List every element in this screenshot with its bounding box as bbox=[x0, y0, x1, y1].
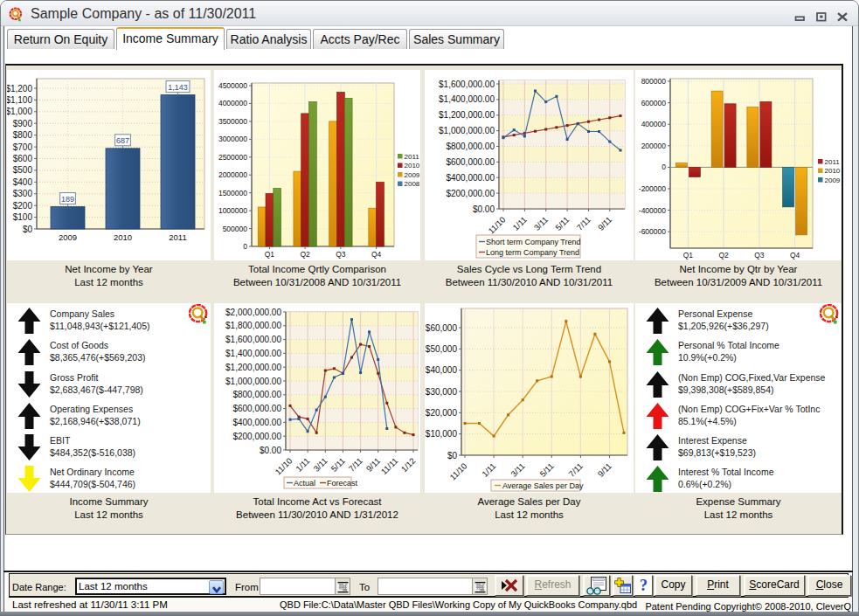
svg-text:2000000: 2000000 bbox=[218, 170, 247, 179]
svg-text:2009: 2009 bbox=[59, 232, 77, 242]
svg-text:$1,200: $1,200 bbox=[7, 84, 32, 93]
svg-text:$0.00: $0.00 bbox=[473, 204, 495, 214]
svg-text:2011: 2011 bbox=[825, 158, 841, 166]
svg-text:$800,000.00: $800,000.00 bbox=[232, 390, 281, 399]
svg-text:600000: 600000 bbox=[641, 99, 667, 107]
svg-text:9/11: 9/11 bbox=[596, 461, 613, 479]
svg-text:11/10: 11/10 bbox=[447, 461, 468, 482]
svg-text:-600000: -600000 bbox=[639, 227, 666, 236]
svg-text:$1,600,000.00: $1,600,000.00 bbox=[439, 80, 495, 89]
svg-text:$20,000: $20,000 bbox=[426, 408, 458, 418]
svg-text:7/11: 7/11 bbox=[575, 215, 592, 232]
svg-text:Average Sales per Day: Average Sales per Day bbox=[502, 481, 584, 490]
svg-text:2010: 2010 bbox=[114, 232, 132, 242]
svg-text:$1,800,000.00: $1,800,000.00 bbox=[225, 321, 281, 330]
svg-text:$600,000.00: $600,000.00 bbox=[232, 404, 281, 413]
svg-text:3500000: 3500000 bbox=[218, 117, 247, 126]
svg-text:2008: 2008 bbox=[405, 180, 420, 188]
svg-text:9/11: 9/11 bbox=[596, 215, 613, 232]
svg-text:$600,000.00: $600,000.00 bbox=[446, 157, 495, 167]
svg-text:Short term Company Trend: Short term Company Trend bbox=[486, 238, 581, 246]
svg-text:11/11: 11/11 bbox=[379, 456, 400, 477]
svg-text:Q3: Q3 bbox=[754, 251, 765, 260]
svg-text:Actual: Actual bbox=[294, 479, 315, 488]
svg-text:$200,000.00: $200,000.00 bbox=[446, 189, 495, 198]
svg-text:1/12: 1/12 bbox=[399, 456, 418, 474]
svg-text:1/11: 1/11 bbox=[510, 215, 528, 232]
svg-text:Forecast: Forecast bbox=[327, 479, 358, 488]
svg-text:$1,400,000.00: $1,400,000.00 bbox=[225, 349, 281, 358]
svg-text:$600: $600 bbox=[13, 154, 33, 163]
svg-text:$900: $900 bbox=[13, 119, 33, 128]
svg-text:$10,000: $10,000 bbox=[426, 429, 458, 439]
svg-text:$1,100: $1,100 bbox=[7, 95, 32, 105]
svg-text:$1,200,000.00: $1,200,000.00 bbox=[439, 110, 495, 120]
svg-text:$300: $300 bbox=[13, 189, 33, 198]
svg-text:Q1: Q1 bbox=[683, 251, 694, 260]
svg-text:400000: 400000 bbox=[641, 120, 667, 128]
svg-text:2009: 2009 bbox=[405, 171, 420, 179]
svg-text:2500000: 2500000 bbox=[218, 153, 247, 162]
svg-text:1000000: 1000000 bbox=[218, 206, 247, 215]
svg-text:7/11: 7/11 bbox=[347, 456, 364, 474]
svg-text:$1,400,000.00: $1,400,000.00 bbox=[439, 94, 495, 104]
svg-text:$400: $400 bbox=[13, 177, 33, 187]
svg-text:0: 0 bbox=[243, 242, 247, 251]
svg-text:$400,000.00: $400,000.00 bbox=[446, 173, 495, 183]
svg-text:500000: 500000 bbox=[223, 225, 248, 233]
svg-text:11/10: 11/10 bbox=[486, 215, 507, 236]
svg-text:0: 0 bbox=[662, 163, 666, 171]
svg-text:$0: $0 bbox=[447, 451, 458, 460]
svg-text:$2,000,000.00: $2,000,000.00 bbox=[225, 308, 281, 317]
svg-text:$60,000: $60,000 bbox=[426, 323, 458, 333]
svg-text:$100: $100 bbox=[13, 212, 33, 222]
svg-text:5/11: 5/11 bbox=[329, 456, 346, 474]
svg-text:800000: 800000 bbox=[641, 77, 667, 86]
svg-text:Q4: Q4 bbox=[371, 250, 382, 259]
svg-text:$40,000: $40,000 bbox=[426, 365, 458, 375]
svg-text:Long term Company Trend: Long term Company Trend bbox=[486, 248, 579, 257]
svg-text:-400000: -400000 bbox=[639, 206, 666, 215]
svg-text:1/11: 1/11 bbox=[294, 456, 311, 474]
svg-text:2011: 2011 bbox=[405, 153, 420, 161]
svg-text:3/11: 3/11 bbox=[509, 461, 526, 479]
svg-text:200000: 200000 bbox=[641, 142, 667, 150]
svg-text:$400,000.00: $400,000.00 bbox=[232, 418, 281, 427]
svg-text:189: 189 bbox=[61, 195, 74, 204]
svg-text:$700: $700 bbox=[13, 142, 33, 152]
svg-text:7/11: 7/11 bbox=[566, 461, 584, 479]
svg-text:$0: $0 bbox=[23, 225, 33, 234]
svg-text:3/11: 3/11 bbox=[532, 215, 550, 232]
svg-text:Q1: Q1 bbox=[265, 250, 275, 259]
svg-text:5/11: 5/11 bbox=[553, 215, 571, 232]
svg-text:-200000: -200000 bbox=[639, 184, 666, 193]
svg-text:$200,000.00: $200,000.00 bbox=[232, 432, 281, 441]
svg-text:$800: $800 bbox=[13, 130, 33, 140]
svg-text:2009: 2009 bbox=[825, 176, 841, 184]
svg-text:2011: 2011 bbox=[169, 232, 186, 242]
svg-text:$30,000: $30,000 bbox=[426, 387, 458, 397]
svg-text:$1,000,000.00: $1,000,000.00 bbox=[225, 377, 281, 386]
svg-text:$1,000,000.00: $1,000,000.00 bbox=[439, 126, 495, 135]
svg-text:Q2: Q2 bbox=[718, 251, 729, 260]
svg-text:4500000: 4500000 bbox=[218, 81, 247, 90]
svg-text:2010: 2010 bbox=[825, 167, 841, 175]
svg-text:687: 687 bbox=[116, 136, 129, 145]
svg-text:Q2: Q2 bbox=[300, 250, 310, 259]
svg-text:3000000: 3000000 bbox=[218, 135, 247, 143]
svg-text:1,143: 1,143 bbox=[168, 83, 188, 92]
svg-text:$1,600,000.00: $1,600,000.00 bbox=[225, 335, 281, 344]
svg-text:Q4: Q4 bbox=[790, 251, 800, 260]
svg-text:$800,000.00: $800,000.00 bbox=[446, 142, 495, 151]
svg-text:1500000: 1500000 bbox=[218, 189, 247, 197]
svg-text:3/11: 3/11 bbox=[311, 456, 329, 474]
svg-text:$500: $500 bbox=[13, 165, 33, 175]
svg-text:$1,000: $1,000 bbox=[7, 107, 32, 116]
svg-text:$50,000: $50,000 bbox=[426, 344, 458, 354]
svg-text:$1,200,000.00: $1,200,000.00 bbox=[225, 363, 281, 372]
svg-text:$200: $200 bbox=[13, 201, 33, 211]
svg-text:11/10: 11/10 bbox=[273, 456, 294, 477]
svg-text:4000000: 4000000 bbox=[218, 99, 247, 107]
svg-text:1/11: 1/11 bbox=[480, 461, 497, 479]
svg-text:Q3: Q3 bbox=[336, 250, 346, 259]
